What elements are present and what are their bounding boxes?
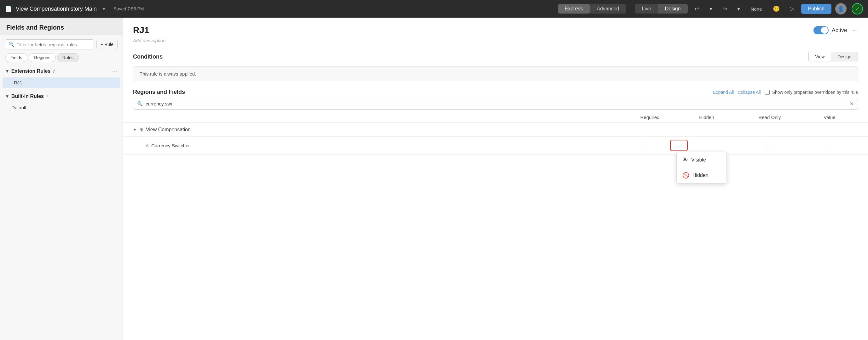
express-button[interactable]: Express [558,4,590,13]
show-override-label: Show only properties overridden by this … [772,90,858,95]
rule-item-default[interactable]: Default [0,102,123,113]
filter-bar: 🔍 + Rule [0,35,123,52]
saved-status: Saved 7:55 PM [114,6,144,11]
design-button[interactable]: Design [658,4,688,13]
right-panel: RJ1 Active ··· Add description Condition… [123,18,868,340]
emoji-button[interactable]: 🙂 [770,3,783,14]
undo-button[interactable]: ↩ [691,3,703,14]
rule-description[interactable]: Add description [123,38,868,49]
left-panel-header: Fields and Regions [0,18,123,35]
rule-name: RJ1 [133,25,808,35]
required-dash: — [640,142,645,148]
title-dropdown-icon[interactable]: ▼ [102,6,106,11]
page-title: View Compensationhistory Main [16,6,97,12]
builtin-rules-chevron[interactable]: ▼ [5,94,9,99]
rule-more-button[interactable]: ··· [852,26,858,34]
expand-all-button[interactable]: Expand All [713,90,734,95]
undo-dropdown-button[interactable]: ▾ [706,3,715,14]
express-advanced-group: Express Advanced [558,4,626,13]
active-label: Active [832,27,847,34]
tab-bar: Fields Regions Rules [0,52,123,65]
visible-label: Visible [691,157,706,163]
show-override-checkbox[interactable] [765,90,770,95]
visible-icon: 👁 [682,157,688,163]
filter-input[interactable] [17,42,90,47]
hidden-label: Hidden [692,172,709,178]
field-readonly-cell: — [736,142,799,149]
table-header: Required Hidden Read Only Value [123,112,868,123]
region-row: ▼ ⊞ View Compensation [123,123,868,137]
extension-rules-help[interactable]: ? [52,69,55,74]
builtin-rules-section: ▼ Built-in Rules ? [0,90,123,102]
col-hidden: Hidden [675,114,738,120]
avatar[interactable]: 👤 [835,3,846,14]
extension-rules-more[interactable]: ··· [112,68,118,74]
col-value: Value [801,114,858,120]
col-required: Required [625,114,675,120]
toggle-knob [821,27,828,34]
left-panel: Fields and Regions 🔍 + Rule Fields Regio… [0,18,123,340]
tab-rules[interactable]: Rules [57,53,79,62]
active-toggle[interactable] [813,26,829,34]
regions-header: Regions and Fields Expand All Collapse A… [123,84,868,98]
status-dot: ✓ [851,3,863,14]
conditions-design-button[interactable]: Design [831,52,858,61]
play-button[interactable]: ▷ [787,3,797,14]
builtin-rules-title: Built-in Rules [11,94,44,99]
publish-button[interactable]: Publish [801,4,831,14]
advanced-button[interactable]: Advanced [590,4,626,13]
field-row: A Currency Switcher — — 👁 Visible 🚫 Hidd… [123,137,868,155]
hidden-icon: 🚫 [682,172,689,179]
hidden-dropdown-popup: 👁 Visible 🚫 Hidden [676,152,727,183]
filter-search-icon: 🔍 [8,41,14,47]
main-layout: Fields and Regions 🔍 + Rule Fields Regio… [0,18,868,340]
builtin-rules-help[interactable]: ? [46,94,48,99]
hidden-option[interactable]: 🚫 Hidden [677,168,726,183]
conditions-header: Conditions View Design [123,49,868,64]
search-clear-button[interactable]: ✕ [850,101,854,107]
field-type-icon: A [146,143,149,148]
visible-option[interactable]: 👁 Visible [677,152,726,168]
hidden-dropdown-button[interactable]: — [670,140,688,151]
collapse-all-button[interactable]: Collapse All [738,90,761,95]
field-name: Currency Switcher [151,143,615,148]
always-applied-text: This rule is always applied. [140,71,196,76]
field-hidden-cell: — 👁 Visible 🚫 Hidden [670,140,733,151]
redo-button[interactable]: ↪ [719,3,730,14]
add-rule-button[interactable]: + Rule [96,40,118,49]
field-required-cell: — [617,142,668,149]
rule-detail-header: RJ1 Active ··· [123,18,868,38]
extension-rules-title: Extension Rules [11,68,51,74]
value-dash: — [827,142,832,148]
tab-fields[interactable]: Fields [5,53,27,62]
none-label: None [747,4,766,13]
filter-input-wrap: 🔍 [5,39,94,49]
active-toggle-wrap: Active [813,26,847,34]
extension-rules-section: ▼ Extension Rules ? ··· [0,65,123,77]
rule-item-rj1[interactable]: RJ1 [2,77,120,88]
tab-regions[interactable]: Regions [29,53,56,62]
field-value-cell: — [801,142,858,149]
conditions-view-button[interactable]: View [808,52,831,61]
topbar: 📄 View Compensationhistory Main ▼ Saved … [0,0,868,18]
regions-title: Regions and Fields [133,89,709,95]
search-icon: 🔍 [137,101,143,107]
readonly-dash: — [764,142,770,148]
show-override-wrap: Show only properties overridden by this … [765,90,858,95]
search-input[interactable] [146,101,847,106]
conditions-title: Conditions [133,54,808,60]
live-button[interactable]: Live [635,4,658,13]
doc-icon: 📄 [5,5,12,12]
region-name: View Compensation [146,127,858,133]
always-applied-box: This rule is always applied. [133,66,858,81]
region-chevron-icon[interactable]: ▼ [133,128,137,132]
search-bar: 🔍 ✕ [133,98,858,109]
region-icon: ⊞ [139,127,144,133]
extension-rules-chevron[interactable]: ▼ [5,69,9,74]
live-design-group: Live Design [635,4,687,13]
redo-dropdown-button[interactable]: ▾ [734,3,743,14]
col-readonly: Read Only [738,114,801,120]
